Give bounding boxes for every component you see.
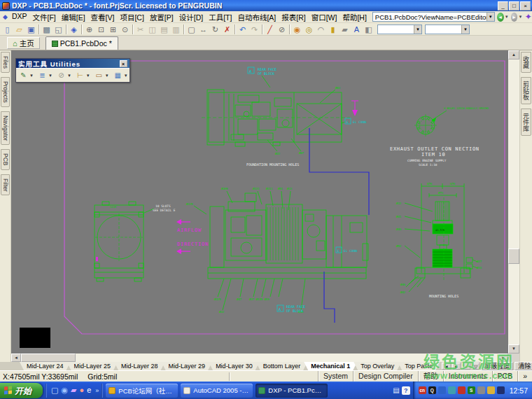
document-address-combo[interactable]: PCB1.PcbDoc?ViewName=PCBEditor; ▼: [372, 12, 495, 22]
new-document-button[interactable]: ▯: [1, 24, 13, 35]
undo-button[interactable]: ↶: [237, 24, 248, 35]
vertical-scrollbar[interactable]: ▲ ▼: [508, 50, 519, 354]
panel-button-帮助[interactable]: 帮助: [418, 371, 443, 382]
panel-tab-navigator[interactable]: Navigator: [1, 111, 10, 145]
rotate-selection-button[interactable]: ↻: [209, 24, 221, 35]
paste-array-button[interactable]: ▥: [170, 24, 182, 35]
dimension-utilities-dropdown-icon[interactable]: ▼: [86, 74, 90, 78]
tray-antivirus-icon[interactable]: [448, 386, 456, 394]
save-document-button[interactable]: ▣: [25, 24, 37, 35]
minimize-button[interactable]: _: [498, 1, 508, 10]
vertical-scroll-thumb[interactable]: [508, 248, 519, 264]
tray-volume-icon[interactable]: [477, 386, 485, 394]
scroll-left-icon[interactable]: ◄: [11, 354, 21, 362]
task-dxp-button[interactable]: DXP - PCB1.PcbDoc * - f...: [255, 384, 328, 398]
component-combo-dropdown-icon[interactable]: ▼: [414, 25, 421, 34]
task-pcb-forum-button[interactable]: PCB论坛网（社区|技术...: [106, 384, 178, 398]
open-document-button[interactable]: ▱: [13, 24, 25, 35]
place-arc-button[interactable]: ◠: [315, 24, 327, 35]
placement-utilities-button[interactable]: ✎▼: [18, 70, 36, 81]
zoom-document-button[interactable]: ⊡: [95, 24, 107, 35]
alignment-utilities-button[interactable]: ≣▼: [36, 70, 55, 81]
panel-button-item[interactable]: »: [517, 371, 532, 382]
tray-security-icon[interactable]: S: [468, 386, 475, 394]
place-pad-button[interactable]: ◉: [291, 24, 303, 35]
room-utilities-dropdown-icon[interactable]: ▼: [105, 74, 109, 78]
menu-item-项目-c[interactable]: 项目[C]: [117, 11, 146, 23]
taskbar-clock[interactable]: 12:57: [507, 386, 528, 395]
quicklaunch-app-red-icon[interactable]: ●: [80, 386, 85, 394]
zoom-window-button[interactable]: ⊕: [83, 24, 95, 35]
panel-tab-剪贴板[interactable]: 剪贴板: [521, 77, 531, 104]
tray-messenger-icon[interactable]: [438, 386, 446, 394]
net-combo-dropdown-icon[interactable]: ▼: [461, 25, 469, 34]
panel-tab-projects[interactable]: Projects: [1, 77, 10, 107]
utilities-close-icon[interactable]: ×: [120, 60, 127, 67]
find-selection-button[interactable]: ⊘: [276, 24, 288, 35]
tray-qq-icon[interactable]: Q: [428, 386, 436, 394]
alignment-utilities-dropdown-icon[interactable]: ▼: [48, 74, 52, 78]
dxp-home-icon[interactable]: ✦: [524, 13, 532, 22]
layer-color-icon[interactable]: ☼: [462, 363, 470, 370]
panel-tab-元件库[interactable]: 元件库: [521, 108, 531, 136]
tray-updater-icon[interactable]: [487, 386, 495, 394]
place-via-button[interactable]: ◎: [303, 24, 315, 35]
address-dropdown-icon[interactable]: ▼: [486, 13, 494, 21]
layer-stack-button[interactable]: ◈: [68, 24, 80, 35]
redo-button[interactable]: ↷: [248, 24, 260, 35]
cut-button[interactable]: ✂: [134, 24, 146, 35]
filter-icon[interactable]: ▽: [472, 363, 479, 370]
tray-input-method-icon[interactable]: cn: [419, 386, 426, 394]
panel-button-system[interactable]: System: [318, 371, 353, 382]
mask-level-button[interactable]: 屏蔽程度: [481, 362, 513, 370]
print-preview-button[interactable]: ◱: [52, 24, 64, 35]
grid-utilities-button[interactable]: ▦▼: [112, 70, 131, 81]
pcb-editor-canvas[interactable]: REAR FACEOF BLOCKAØ63EL CONNE8 HOLES 22D…: [11, 50, 508, 354]
layer-tab-top-overlay[interactable]: Top Overlay: [354, 362, 401, 370]
quicklaunch-media-player-icon[interactable]: ◉: [61, 386, 68, 394]
task-autocad-button[interactable]: AutoCAD 2005 - [C:\Do...: [181, 384, 253, 398]
clear-filter-button[interactable]: ✗: [221, 24, 233, 35]
select-area-button[interactable]: ▢: [186, 24, 197, 35]
print-button[interactable]: ▩: [41, 24, 52, 35]
net-combo[interactable]: ▼: [425, 24, 470, 34]
tray-display-icon[interactable]: [497, 386, 505, 394]
dimension-utilities-button[interactable]: ⊢▼: [74, 70, 93, 81]
scroll-right-icon[interactable]: ►: [498, 354, 508, 362]
panel-tab-filter[interactable]: Filter: [1, 174, 10, 196]
find-utilities-dropdown-icon[interactable]: ▼: [67, 74, 71, 78]
paste-button[interactable]: ▤: [158, 24, 170, 35]
quicklaunch-browser-icon[interactable]: e: [87, 386, 91, 394]
layer-tab-mid-layer-30[interactable]: Mid-Layer 30: [209, 362, 260, 370]
printer-tray-icon[interactable]: ▤: [393, 386, 399, 394]
utilities-title-bar[interactable]: 实用工具 Utilities ×: [16, 59, 130, 68]
panel-tab-pcb[interactable]: PCB: [1, 149, 10, 169]
copy-button[interactable]: ◫: [146, 24, 158, 35]
panel-tab-收藏[interactable]: 收藏: [521, 52, 531, 73]
placement-utilities-dropdown-icon[interactable]: ▼: [29, 74, 34, 78]
tray-download-icon[interactable]: [458, 386, 465, 394]
place-string-button[interactable]: A: [351, 24, 363, 35]
menu-item-工具-t[interactable]: 工具[T]: [206, 11, 234, 23]
panel-button-design-compiler[interactable]: Design Compiler: [353, 371, 418, 382]
menu-item-放置-p[interactable]: 放置[P]: [147, 11, 176, 23]
horizontal-scrollbar[interactable]: ◄ ►: [11, 354, 508, 362]
menu-item-帮助-h[interactable]: 帮助[H]: [340, 11, 369, 23]
move-selection-button[interactable]: ↔: [197, 24, 209, 35]
menu-item-查看-v[interactable]: 查看[V]: [88, 11, 118, 23]
nav-forward-dropdown-icon[interactable]: ▼: [518, 15, 522, 19]
tab-pcb1-pcbdoc[interactable]: PCB1.PcbDoc *: [46, 36, 118, 50]
grid-utilities-dropdown-icon[interactable]: ▼: [124, 74, 128, 78]
panel-button-pcb[interactable]: PCB: [492, 371, 518, 382]
menu-item-dxp[interactable]: DXP: [9, 11, 30, 23]
layer-tab-mid-layer-25[interactable]: Mid-Layer 25: [67, 362, 118, 370]
zoom-selection-button[interactable]: ⊙: [119, 24, 131, 35]
place-fill-button[interactable]: ▮: [327, 24, 339, 35]
menu-item-文件-f[interactable]: 文件[F]: [30, 11, 59, 23]
layer-tab-mid-layer-24[interactable]: Mid-Layer 24: [20, 362, 71, 370]
zoom-area-button[interactable]: ⊞: [107, 24, 119, 35]
layer-tab-bottom-layer[interactable]: Bottom Layer: [256, 362, 308, 370]
room-utilities-button[interactable]: ▭▼: [93, 70, 112, 81]
menu-item-编辑-e[interactable]: 编辑[E]: [59, 11, 88, 23]
interactive-routing-button[interactable]: ╱: [264, 24, 276, 35]
